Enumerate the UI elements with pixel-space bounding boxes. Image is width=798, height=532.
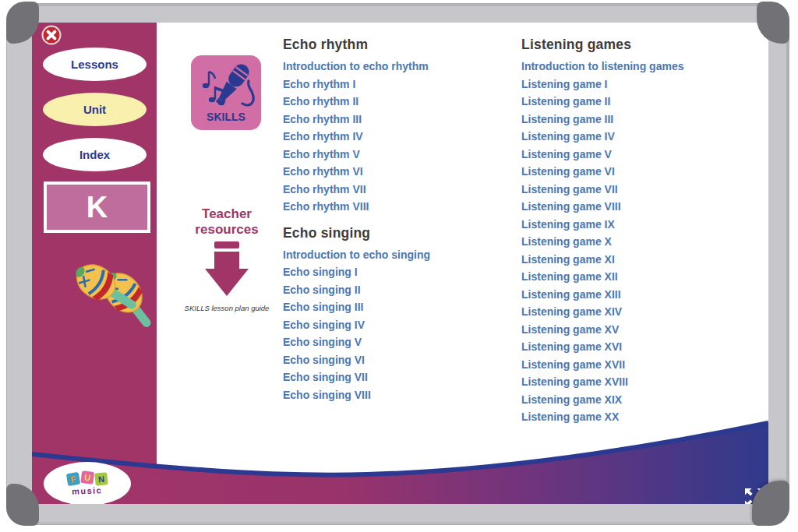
lesson-link[interactable]: Echo rhythm VII xyxy=(283,181,517,199)
lesson-link-list: Introduction to echo singingEcho singing… xyxy=(283,246,517,404)
sidebar-button-label: Unit xyxy=(83,103,106,116)
logo-letter-f: F xyxy=(66,471,80,485)
grade-level-label: K xyxy=(87,191,108,224)
download-arrow-icon xyxy=(203,241,250,298)
lesson-column-2: Listening games Introduction to listenin… xyxy=(521,37,763,426)
teacher-resources-link[interactable]: Teacher resources SKILLS lesson plan gui… xyxy=(176,206,277,312)
sidebar-button-label: Lessons xyxy=(71,58,118,71)
lesson-link[interactable]: Echo singing VIII xyxy=(283,386,517,404)
lesson-link[interactable]: Listening game VI xyxy=(521,163,763,181)
lesson-link[interactable]: Echo rhythm I xyxy=(283,76,517,93)
lesson-link[interactable]: Echo rhythm IV xyxy=(283,128,517,146)
lesson-link[interactable]: Listening game IV xyxy=(521,128,763,146)
lesson-link[interactable]: Listening game VIII xyxy=(521,198,763,216)
lesson-link[interactable]: Echo singing II xyxy=(283,281,517,299)
sidebar-button-index[interactable]: Index xyxy=(43,138,147,171)
close-icon xyxy=(41,25,62,45)
lesson-link[interactable]: Listening game X xyxy=(521,233,763,251)
lesson-link[interactable]: Listening game III xyxy=(521,111,763,129)
lesson-link[interactable]: Listening game XVIII xyxy=(521,373,763,391)
lesson-column-1: Echo rhythm Introduction to echo rhythmE… xyxy=(283,37,517,403)
section-title: Echo singing xyxy=(283,225,517,241)
lesson-link[interactable]: Echo singing V xyxy=(283,333,517,351)
lesson-link[interactable]: Echo singing VI xyxy=(283,351,517,369)
lesson-link-list: Introduction to listening gamesListening… xyxy=(521,58,763,426)
section-echo-singing: Echo singing Introduction to echo singin… xyxy=(283,225,517,404)
lesson-link[interactable]: Listening game XVI xyxy=(521,338,763,356)
lesson-link[interactable]: Listening game XI xyxy=(521,251,763,269)
lesson-link[interactable]: Echo rhythm VIII xyxy=(283,198,517,216)
sidebar-button-label: Index xyxy=(79,148,110,161)
lesson-link[interactable]: Listening game V xyxy=(521,146,763,164)
skills-badge[interactable]: SKILLS xyxy=(191,55,261,130)
lesson-link[interactable]: Echo singing I xyxy=(283,263,517,281)
section-title: Listening games xyxy=(521,37,763,53)
lesson-link[interactable]: Echo rhythm III xyxy=(283,111,517,129)
lesson-plan-guide-caption: SKILLS lesson plan guide xyxy=(176,304,277,312)
section-title: Echo rhythm xyxy=(283,37,517,53)
lesson-link[interactable]: Introduction to listening games xyxy=(521,58,763,76)
lesson-link[interactable]: Listening game XIX xyxy=(521,391,763,409)
sidebar-button-lessons[interactable]: Lessons xyxy=(43,48,147,81)
grade-level-box[interactable]: K xyxy=(44,181,150,233)
lesson-link-list: Introduction to echo rhythmEcho rhythm I… xyxy=(283,58,517,216)
app-screen: Lessons Unit Index K xyxy=(32,23,768,504)
lesson-link[interactable]: Listening game II xyxy=(521,93,763,111)
skills-microphone-icon: SKILLS xyxy=(191,55,261,130)
skills-label: SKILLS xyxy=(207,111,245,123)
lesson-link[interactable]: Listening game VII xyxy=(521,181,763,199)
lesson-link[interactable]: Introduction to echo singing xyxy=(283,246,517,264)
logo-letter-n: N xyxy=(94,472,108,486)
lesson-link[interactable]: Listening game IX xyxy=(521,216,763,234)
lesson-link[interactable]: Echo rhythm II xyxy=(283,93,517,111)
lesson-link[interactable]: Listening game XIV xyxy=(521,303,763,321)
lesson-link[interactable]: Listening game XVII xyxy=(521,356,763,374)
whiteboard-frame: Lessons Unit Index K xyxy=(6,3,789,525)
lesson-link[interactable]: Echo singing III xyxy=(283,298,517,316)
sidebar-button-unit[interactable]: Unit xyxy=(43,93,147,126)
lesson-link[interactable]: Introduction to echo rhythm xyxy=(283,58,517,76)
section-listening-games: Listening games Introduction to listenin… xyxy=(521,37,763,426)
close-button[interactable] xyxy=(41,25,62,45)
teacher-resources-title: Teacher resources xyxy=(176,206,277,237)
maracas-illustration xyxy=(65,247,152,334)
section-echo-rhythm: Echo rhythm Introduction to echo rhythmE… xyxy=(283,37,517,216)
lesson-link[interactable]: Echo singing IV xyxy=(283,316,517,334)
logo-word: music xyxy=(72,485,103,495)
lesson-link[interactable]: Echo rhythm VI xyxy=(283,163,517,181)
page: Lessons Unit Index K xyxy=(0,0,798,532)
bottom-wave-decoration xyxy=(32,412,768,504)
logo-letter-blocks: F U N xyxy=(67,473,108,485)
lesson-link[interactable]: Echo singing VII xyxy=(283,368,517,386)
lesson-link[interactable]: Listening game I xyxy=(521,76,763,93)
lesson-link[interactable]: Listening game XV xyxy=(521,321,763,339)
lesson-link[interactable]: Listening game XII xyxy=(521,268,763,286)
logo-letter-u: U xyxy=(80,470,94,484)
fun-music-logo[interactable]: F U N music xyxy=(44,462,131,504)
lesson-link[interactable]: Echo rhythm V xyxy=(283,146,517,164)
lesson-link[interactable]: Listening game XIII xyxy=(521,286,763,304)
